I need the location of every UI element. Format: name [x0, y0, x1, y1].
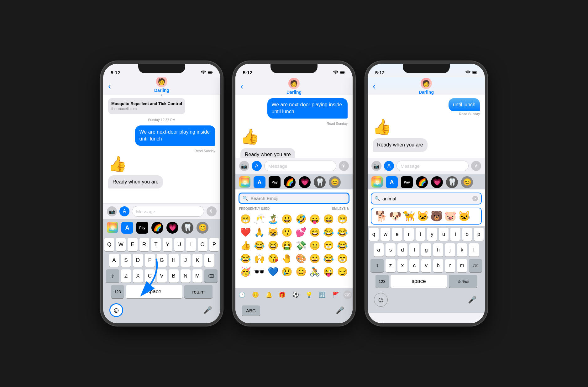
emoji-cell[interactable]: 💙 [267, 266, 280, 278]
key-e[interactable]: e [392, 228, 402, 241]
key-s-lc[interactable]: s [386, 243, 396, 257]
key-m-lc[interactable]: m [457, 259, 467, 272]
app-12[interactable]: 🌈 [416, 176, 428, 188]
key-backspace-3[interactable]: ⌫ [469, 259, 482, 272]
emoji-cell[interactable]: 😀 [281, 213, 293, 225]
emoji-cell[interactable]: 🤣 [295, 213, 307, 225]
emoji-cell[interactable]: 😂 [336, 226, 349, 238]
emoji-cell[interactable]: 😁 [336, 213, 349, 225]
key-n-lc[interactable]: n [445, 259, 455, 272]
emoji-cell[interactable]: 😐 [308, 239, 321, 251]
key-A[interactable]: A [109, 254, 119, 267]
applepay-app-2[interactable]: Pay [269, 176, 281, 188]
appstore-button-1[interactable]: A [119, 206, 129, 216]
emoji-cell[interactable]: 😂 [336, 239, 349, 251]
key-B[interactable]: B [169, 269, 179, 283]
emoji-tab-face[interactable]: 😊 [249, 290, 261, 300]
appstore-app-2[interactable]: A [254, 176, 265, 188]
key-space[interactable]: space [126, 285, 182, 298]
microphone-button-1[interactable]: 🎤 [201, 304, 214, 317]
key-u[interactable]: u [439, 228, 449, 241]
key-x-lc[interactable]: x [397, 259, 407, 272]
key-N[interactable]: N [181, 269, 191, 283]
emoji-search-input[interactable] [250, 196, 345, 201]
key-l-lc[interactable]: l [469, 243, 479, 257]
emoji-cell[interactable]: 😊 [295, 266, 307, 278]
key-T[interactable]: T [151, 238, 161, 251]
emoji-cell[interactable]: 😁 [323, 239, 335, 251]
back-button-1[interactable]: ‹ [108, 81, 111, 91]
emoji-cell[interactable]: 😏 [336, 266, 349, 278]
microphone-button-2[interactable]: 🎤 [333, 304, 346, 317]
key-a-lc[interactable]: a [374, 243, 384, 257]
app-4[interactable]: 🌈 [151, 222, 163, 234]
emoji-cell[interactable]: 🥂 [253, 213, 265, 225]
back-button-3[interactable]: ‹ [373, 81, 375, 91]
applepay-app-3[interactable]: Pay [401, 176, 413, 188]
app-7[interactable]: 😊 [197, 222, 208, 234]
emoji-cell[interactable]: 😄 [323, 213, 335, 225]
app-9[interactable]: 💗 [299, 176, 311, 188]
photos-app-3[interactable]: 🌅 [371, 176, 383, 188]
appstore-app[interactable]: A [121, 222, 133, 234]
key-V[interactable]: V [157, 269, 167, 283]
app-13[interactable]: 💗 [431, 176, 443, 188]
abc-button-2[interactable]: ABC [242, 305, 260, 316]
emoji-cell[interactable]: 😆 [267, 239, 280, 251]
emoji-tab-flag[interactable]: 🚩 [330, 290, 342, 300]
audio-button-1[interactable]: 🎙 [207, 206, 217, 216]
key-O[interactable]: O [198, 238, 207, 251]
emoji-cell[interactable]: 😛 [308, 213, 321, 225]
key-F[interactable]: F [145, 254, 155, 267]
emoji-cell[interactable]: ❤️ [239, 226, 252, 238]
emoji-search-input-3[interactable] [382, 196, 470, 201]
key-E[interactable]: E [128, 238, 137, 251]
key-space-3[interactable]: space [391, 275, 447, 288]
camera-button-3[interactable]: 📷 [371, 161, 381, 171]
emoji-cell[interactable]: 😂 [253, 239, 265, 251]
key-p[interactable]: p [474, 228, 484, 241]
audio-button-2[interactable]: 🎙 [339, 161, 349, 171]
animal-emoji-3[interactable]: 🦮 [403, 210, 415, 222]
emoji-cell[interactable]: 💸 [295, 239, 307, 251]
emoji-cell[interactable]: 😜 [323, 266, 335, 278]
key-R[interactable]: R [139, 238, 149, 251]
key-q[interactable]: q [369, 228, 379, 241]
animal-emoji-7[interactable]: 🐱 [458, 210, 470, 222]
emoji-cell[interactable]: 🏝️ [267, 213, 280, 225]
emoji-cell[interactable]: 😄 [308, 226, 321, 238]
key-j-lc[interactable]: j [445, 243, 455, 257]
key-i[interactable]: i [450, 228, 460, 241]
key-Q[interactable]: Q [104, 238, 114, 251]
appstore-app-3[interactable]: A [386, 176, 398, 188]
key-b-lc[interactable]: b [433, 259, 443, 272]
key-Z[interactable]: Z [121, 269, 131, 283]
message-input-2[interactable] [264, 161, 336, 171]
emoji-tab-light[interactable]: 💡 [303, 290, 315, 300]
emoji-button-1[interactable]: ☺ [109, 303, 123, 317]
message-input-1[interactable] [132, 206, 204, 217]
app-6[interactable]: 🦷 [181, 222, 193, 234]
appstore-button-3[interactable]: A [384, 161, 394, 171]
emoji-cell[interactable]: 🚴 [308, 266, 321, 278]
emoji-tab-gift[interactable]: 🎁 [276, 290, 288, 300]
emoji-cell[interactable]: 😁 [239, 213, 252, 225]
photos-app-2[interactable]: 🌅 [239, 176, 250, 188]
key-G[interactable]: G [157, 254, 167, 267]
key-X[interactable]: X [133, 269, 143, 283]
emoji-cell[interactable]: 😘 [267, 252, 280, 264]
key-g-lc[interactable]: g [421, 243, 431, 257]
appstore-button-2[interactable]: A [252, 161, 262, 171]
key-P[interactable]: P [209, 238, 219, 251]
emoji-cell[interactable]: 😢 [281, 266, 293, 278]
key-shift-3[interactable]: ⇧ [370, 259, 384, 272]
photos-app[interactable]: 🌅 [107, 222, 118, 233]
key-D[interactable]: D [133, 254, 143, 267]
emoji-cell[interactable]: 😂 [239, 252, 252, 264]
key-r[interactable]: r [404, 228, 414, 241]
key-shift[interactable]: ⇧ [106, 269, 119, 283]
emoji-tab-clock[interactable]: 🔔 [263, 290, 275, 300]
key-C[interactable]: C [145, 269, 155, 283]
emoji-cell[interactable]: 🎨 [295, 252, 307, 264]
key-L[interactable]: L [204, 254, 214, 267]
